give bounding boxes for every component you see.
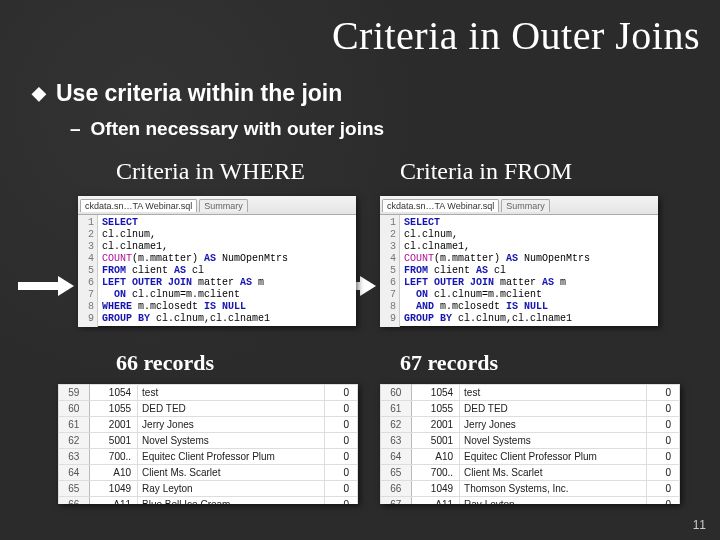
cell-id: 1055 xyxy=(411,401,459,417)
table-row: 67A11Ray Leyton0 xyxy=(381,497,680,505)
tab-summary[interactable]: Summary xyxy=(199,199,248,212)
cell-id: 2001 xyxy=(411,417,459,433)
cell-name: DED TED xyxy=(138,401,325,417)
cell-count: 0 xyxy=(325,481,358,497)
cell-count: 0 xyxy=(647,497,680,505)
cell-count: 0 xyxy=(647,385,680,401)
tab-active[interactable]: ckdata.sn…TA Webinar.sql xyxy=(382,199,499,212)
cell-name: Ray Leyton xyxy=(460,497,647,505)
cell-id: 1055 xyxy=(89,401,137,417)
line-gutter: 123456789 xyxy=(78,215,98,327)
diamond-icon: ◆ xyxy=(32,82,46,104)
cell-id: 5001 xyxy=(411,433,459,449)
cell-id: 700.. xyxy=(411,465,459,481)
cell-count: 0 xyxy=(325,497,358,505)
table-row: 661049Thomson Systems, Inc.0 xyxy=(381,481,680,497)
cell-count: 0 xyxy=(647,481,680,497)
slide: Criteria in Outer Joins ◆Use criteria wi… xyxy=(0,0,720,540)
cell-id: 2001 xyxy=(89,417,137,433)
row-header: 65 xyxy=(381,465,412,481)
bullet-main-text: Use criteria within the join xyxy=(56,80,342,106)
cell-name: Equitec Client Professor Plum xyxy=(460,449,647,465)
cell-name: DED TED xyxy=(460,401,647,417)
table-row: 601054test0 xyxy=(381,385,680,401)
cell-id: 5001 xyxy=(89,433,137,449)
cell-count: 0 xyxy=(647,449,680,465)
cell-name: Equitec Client Professor Plum xyxy=(138,449,325,465)
cell-id: A11 xyxy=(89,497,137,505)
cell-name: Novel Systems xyxy=(460,433,647,449)
result-table-where: 591054test0601055DED TED0612001Jerry Jon… xyxy=(58,384,358,504)
cell-id: 1054 xyxy=(89,385,137,401)
cell-id: 1049 xyxy=(89,481,137,497)
arrow-icon xyxy=(18,276,74,296)
cell-name: test xyxy=(138,385,325,401)
cell-name: Novel Systems xyxy=(138,433,325,449)
cell-name: test xyxy=(460,385,647,401)
row-header: 60 xyxy=(59,401,90,417)
row-header: 67 xyxy=(381,497,412,505)
cell-count: 0 xyxy=(325,449,358,465)
cell-id: A10 xyxy=(411,449,459,465)
cell-count: 0 xyxy=(325,385,358,401)
table-row: 611055DED TED0 xyxy=(381,401,680,417)
cell-name: Ray Leyton xyxy=(138,481,325,497)
tab-summary[interactable]: Summary xyxy=(501,199,550,212)
table-row: 64A10Equitec Client Professor Plum0 xyxy=(381,449,680,465)
table-row: 635001Novel Systems0 xyxy=(381,433,680,449)
sql-editor-where: ckdata.sn…TA Webinar.sql Summary 1234567… xyxy=(78,196,356,326)
page-number: 11 xyxy=(693,518,706,532)
result-table-from: 601054test0611055DED TED0622001Jerry Jon… xyxy=(380,384,680,504)
table-row: 612001Jerry Jones0 xyxy=(59,417,358,433)
row-header: 66 xyxy=(59,497,90,505)
bullet-sub-text: Often necessary with outer joins xyxy=(91,118,385,139)
row-header: 65 xyxy=(59,481,90,497)
table-row: 63700..Equitec Client Professor Plum0 xyxy=(59,449,358,465)
cell-id: A11 xyxy=(411,497,459,505)
cell-id: 700.. xyxy=(89,449,137,465)
row-header: 64 xyxy=(381,449,412,465)
row-header: 59 xyxy=(59,385,90,401)
cell-name: Blue Bell Ice Cream xyxy=(138,497,325,505)
cell-count: 0 xyxy=(647,417,680,433)
cell-count: 0 xyxy=(325,433,358,449)
slide-title: Criteria in Outer Joins xyxy=(332,12,700,59)
sql-code-where: SELECT cl.clnum, cl.clname1, COUNT(m.mma… xyxy=(98,215,292,327)
cell-name: Thomson Systems, Inc. xyxy=(460,481,647,497)
table-row: 651049Ray Leyton0 xyxy=(59,481,358,497)
table-row: 601055DED TED0 xyxy=(59,401,358,417)
cell-id: 1054 xyxy=(411,385,459,401)
cell-count: 0 xyxy=(325,401,358,417)
table-row: 65700..Client Ms. Scarlet0 xyxy=(381,465,680,481)
row-header: 60 xyxy=(381,385,412,401)
cell-count: 0 xyxy=(325,465,358,481)
row-header: 64 xyxy=(59,465,90,481)
editor-tabs: ckdata.sn…TA Webinar.sql Summary xyxy=(78,196,356,215)
sql-editor-from: ckdata.sn…TA Webinar.sql Summary 1234567… xyxy=(380,196,658,326)
heading-from: Criteria in FROM xyxy=(400,158,572,185)
cell-name: Jerry Jones xyxy=(460,417,647,433)
editor-tabs: ckdata.sn…TA Webinar.sql Summary xyxy=(380,196,658,215)
cell-count: 0 xyxy=(647,401,680,417)
line-gutter: 123456789 xyxy=(380,215,400,327)
records-from: 67 records xyxy=(400,350,498,376)
row-header: 61 xyxy=(381,401,412,417)
cell-name: Jerry Jones xyxy=(138,417,325,433)
heading-where: Criteria in WHERE xyxy=(116,158,305,185)
row-header: 63 xyxy=(381,433,412,449)
table-row: 591054test0 xyxy=(59,385,358,401)
tab-active[interactable]: ckdata.sn…TA Webinar.sql xyxy=(80,199,197,212)
cell-name: Client Ms. Scarlet xyxy=(138,465,325,481)
cell-count: 0 xyxy=(325,417,358,433)
row-header: 61 xyxy=(59,417,90,433)
dash-icon: – xyxy=(70,118,81,140)
bullet-main: ◆Use criteria within the join xyxy=(32,80,342,107)
row-header: 62 xyxy=(381,417,412,433)
cell-count: 0 xyxy=(647,433,680,449)
sql-code-from: SELECT cl.clnum, cl.clname1, COUNT(m.mma… xyxy=(400,215,594,327)
bullet-sub: –Often necessary with outer joins xyxy=(70,118,384,140)
records-where: 66 records xyxy=(116,350,214,376)
table-row: 66A11Blue Bell Ice Cream0 xyxy=(59,497,358,505)
row-header: 63 xyxy=(59,449,90,465)
cell-id: 1049 xyxy=(411,481,459,497)
